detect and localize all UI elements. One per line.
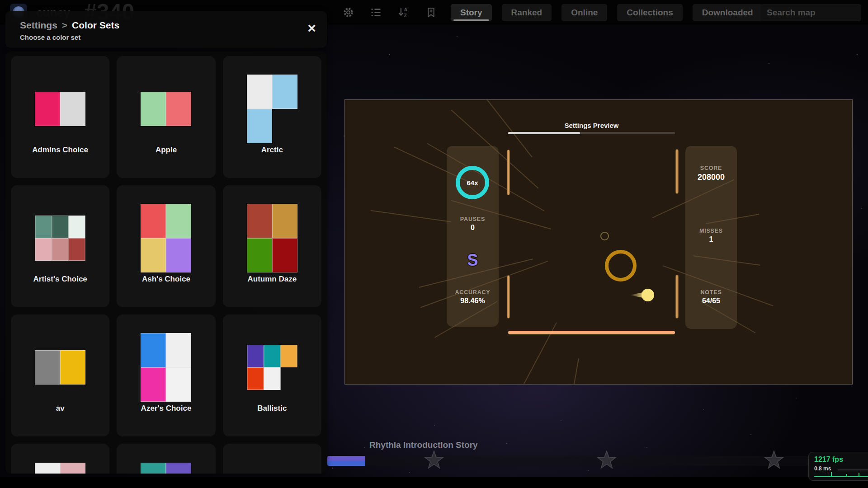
color-set-name: Arctic xyxy=(223,145,321,155)
swatch-block xyxy=(35,92,85,126)
color-sets-dialog: Settings>Color Sets Choose a color set ×… xyxy=(5,11,327,474)
color-swatch xyxy=(272,238,297,272)
health-pillar xyxy=(507,150,510,195)
color-swatch xyxy=(52,216,69,238)
stat-value: 98.46% xyxy=(447,297,499,305)
swatch-block xyxy=(247,75,297,143)
tab-downloaded[interactable]: Downloaded xyxy=(693,4,763,21)
swatch-block xyxy=(141,204,191,272)
color-set-card[interactable] xyxy=(117,444,215,474)
color-set-name: Admins Choice xyxy=(11,145,109,155)
color-set-grid: Admins ChoiceAppleArcticArtist's ChoiceA… xyxy=(5,52,327,474)
color-set-card[interactable]: Azer's Choice xyxy=(117,314,215,436)
color-swatch xyxy=(166,92,191,126)
color-swatch xyxy=(141,333,166,367)
color-swatch xyxy=(166,333,191,367)
bottom-letterbox xyxy=(0,477,868,488)
swatch-block xyxy=(35,463,85,474)
close-icon[interactable]: × xyxy=(307,21,316,35)
color-swatch xyxy=(166,367,191,402)
color-swatch xyxy=(280,367,297,390)
color-swatch xyxy=(247,238,272,272)
tab-ranked[interactable]: Ranked xyxy=(502,4,552,21)
right-stats-panel: SCORE 208000 MISSES 1 NOTES 64/65 xyxy=(685,146,737,329)
tab-online[interactable]: Online xyxy=(561,4,607,21)
color-swatch xyxy=(247,75,272,109)
color-swatch xyxy=(247,345,264,367)
color-set-card[interactable] xyxy=(11,444,109,474)
fps-sparkline xyxy=(814,470,868,477)
swatch-block xyxy=(247,345,297,390)
stat-value: 1 xyxy=(685,235,737,244)
health-pillar xyxy=(507,275,510,319)
color-set-name: av xyxy=(11,404,109,413)
tab-collections[interactable]: Collections xyxy=(617,4,682,21)
color-swatch xyxy=(141,463,166,474)
list-view-icon[interactable] xyxy=(370,6,382,19)
color-swatch xyxy=(272,109,297,143)
color-set-card[interactable]: Apple xyxy=(117,56,215,178)
settings-preview-panel: Settings Preview 64x PAUSES 0 S ACCURACY… xyxy=(344,99,853,385)
swatch-block xyxy=(141,463,191,474)
fps-value: 1217 fps xyxy=(814,455,843,464)
preview-title: Settings Preview xyxy=(508,122,675,129)
color-set-card[interactable]: av xyxy=(11,314,109,436)
breadcrumb-current: Color Sets xyxy=(72,20,119,30)
breadcrumb-settings[interactable]: Settings xyxy=(20,20,57,30)
health-pillar xyxy=(675,149,679,194)
color-set-name: Ash's Choice xyxy=(117,275,215,284)
accuracy-stat: ACCURACY 98.46% xyxy=(447,289,499,305)
color-swatch xyxy=(60,92,85,126)
color-swatch xyxy=(60,463,85,474)
swatch-block xyxy=(141,92,191,126)
color-set-card[interactable]: Ash's Choice xyxy=(117,185,215,307)
dialog-subtitle: Choose a color set xyxy=(20,33,327,41)
note-streak-lines xyxy=(345,100,852,384)
song-progress-fill xyxy=(508,132,580,134)
color-swatch xyxy=(247,204,272,238)
grade-letter: S xyxy=(447,251,499,270)
color-set-name: Azer's Choice xyxy=(117,404,215,413)
color-set-card[interactable]: Autumn Daze xyxy=(223,185,321,307)
sort-az-icon[interactable]: A Z xyxy=(397,6,410,19)
color-set-card[interactable] xyxy=(223,444,321,474)
health-pillar xyxy=(675,275,679,319)
story-progress-track[interactable] xyxy=(327,456,868,466)
swatch-block xyxy=(247,204,297,272)
note xyxy=(642,289,654,301)
color-swatch xyxy=(166,238,191,272)
swatch-block xyxy=(141,333,191,402)
stat-value: 208000 xyxy=(685,173,737,182)
breadcrumb: Settings>Color Sets xyxy=(20,20,327,31)
color-swatch xyxy=(35,463,60,474)
app-root: cuney #340 A Z StoryRankedOnlineColl xyxy=(0,0,868,488)
color-swatch xyxy=(141,238,166,272)
color-swatch xyxy=(69,216,85,238)
color-swatch xyxy=(264,345,280,367)
color-swatch xyxy=(69,238,85,261)
stat-label: PAUSES xyxy=(447,216,499,222)
color-swatch xyxy=(35,350,60,385)
color-set-card[interactable]: Admins Choice xyxy=(11,56,109,178)
tab-story[interactable]: Story xyxy=(451,4,492,21)
timeline-bar xyxy=(508,331,675,334)
color-set-card[interactable]: Arctic xyxy=(223,56,321,178)
color-set-card[interactable]: Artist's Choice xyxy=(11,185,109,307)
nav-tabs: StoryRankedOnlineCollectionsDownloaded xyxy=(451,4,763,21)
misses-stat: MISSES 1 xyxy=(685,228,737,244)
color-swatch xyxy=(166,463,191,474)
search-input[interactable] xyxy=(760,4,861,21)
settings-gear-icon[interactable] xyxy=(342,6,354,19)
dialog-body: Admins ChoiceAppleArcticArtist's ChoiceA… xyxy=(5,52,327,474)
stat-label: MISSES xyxy=(685,228,737,234)
combo-value: 64x xyxy=(467,179,478,187)
color-set-name: Ballistic xyxy=(223,404,321,413)
swatch-block xyxy=(35,350,85,385)
bookmark-add-icon[interactable] xyxy=(425,6,437,19)
color-swatch xyxy=(247,367,264,390)
color-swatch xyxy=(272,75,297,109)
story-progress-fill xyxy=(327,456,365,466)
color-swatch xyxy=(35,216,52,238)
color-set-card[interactable]: Ballistic xyxy=(223,314,321,436)
color-swatch xyxy=(35,92,60,126)
